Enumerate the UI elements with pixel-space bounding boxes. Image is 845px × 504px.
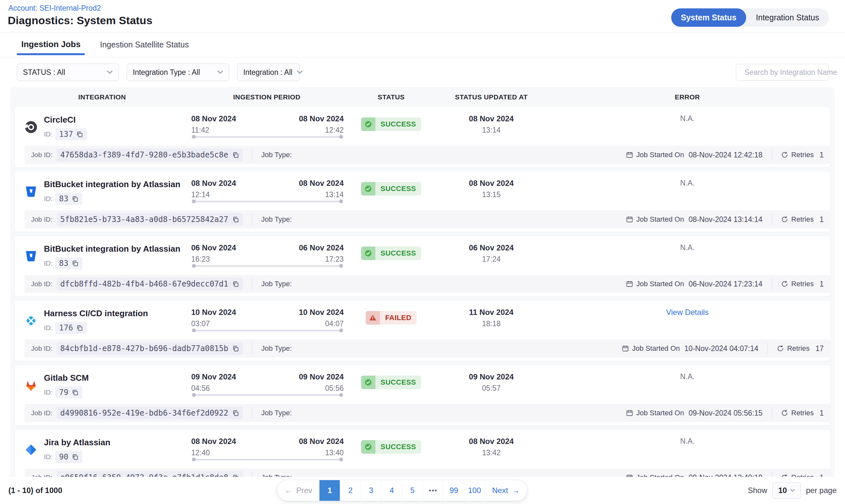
ingestion-jobs-table: INTEGRATION INGESTION PERIOD STATUS STAT… <box>10 87 835 499</box>
job-id-value: 5fb821e5-b733-4a83-a0d8-b65725842a27 <box>61 215 228 224</box>
copy-icon[interactable] <box>72 196 79 202</box>
id-label: ID: <box>44 389 53 396</box>
copy-icon[interactable] <box>76 131 83 138</box>
period-end-time: 12:42 <box>299 126 344 134</box>
copy-icon[interactable] <box>72 389 79 396</box>
period-start-date: 10 Nov 2024 <box>191 308 236 317</box>
calendar-icon <box>622 345 629 352</box>
ingestion-period: 08 Nov 202411:42 08 Nov 202412:42 <box>189 113 344 143</box>
period-start-date: 09 Nov 2024 <box>191 372 236 381</box>
copy-icon[interactable] <box>232 281 239 288</box>
job-started-on-label: Job Started On <box>636 409 684 417</box>
integration-filter-dropdown[interactable]: Integration : All <box>237 64 300 81</box>
integration-filter-label: Integration : All <box>243 68 292 77</box>
gitlab-icon <box>24 379 37 392</box>
chevron-down-icon <box>790 489 795 492</box>
view-details-link[interactable]: View Details <box>666 308 709 317</box>
retries-icon <box>781 410 788 417</box>
job-type-label: Job Type: <box>261 280 292 288</box>
page-button-99[interactable]: 99 <box>444 480 464 501</box>
job-detail-strip: Job ID: 5fb821e5-b733-4a83-a0d8-b6572584… <box>24 210 830 229</box>
period-start-time: 16:23 <box>191 255 236 264</box>
page-ellipsis: ••• <box>423 480 444 501</box>
page-button-3[interactable]: 3 <box>361 480 381 501</box>
next-arrow-icon: → <box>512 486 520 495</box>
copy-icon[interactable] <box>232 345 239 352</box>
error-value: N.A. <box>680 243 695 252</box>
next-page-button[interactable]: Next → <box>485 480 527 501</box>
success-check-icon <box>361 118 375 131</box>
integration-name: BitBucket integration by Atlassian <box>44 179 180 190</box>
chevron-down-icon <box>218 70 223 74</box>
period-end-date: 08 Nov 2024 <box>299 114 344 123</box>
page-size-select[interactable]: 10 <box>772 482 801 499</box>
page-button-5[interactable]: 5 <box>402 480 423 501</box>
integration-id: 176 <box>59 323 73 332</box>
copy-icon[interactable] <box>72 260 79 267</box>
job-type-label: Job Type: <box>261 151 292 159</box>
job-id-pill: dfcb8ffd-482b-4fb4-b468-67e9decc07d1 <box>56 277 243 290</box>
page-button-100[interactable]: 100 <box>464 480 485 501</box>
page-button-4[interactable]: 4 <box>381 480 402 501</box>
period-end-time: 05:56 <box>299 384 344 393</box>
ingestion-period: 06 Nov 202416:23 06 Nov 202417:23 <box>189 242 344 272</box>
status-updated-date: 11 Nov 2024 <box>438 308 545 317</box>
column-header-error: ERROR <box>545 93 830 101</box>
job-id-label: Job ID: <box>31 345 53 352</box>
period-start-date: 08 Nov 2024 <box>191 114 236 123</box>
tab-ingestion-satellite-status[interactable]: Ingestion Satellite Status <box>95 40 193 57</box>
status-filter-dropdown[interactable]: STATUS : All <box>17 64 119 81</box>
period-progress-bar <box>192 136 342 138</box>
job-type-label: Job Type: <box>261 344 292 353</box>
status-text: SUCCESS <box>375 378 421 386</box>
copy-icon[interactable] <box>76 325 83 331</box>
search-input[interactable] <box>744 68 840 77</box>
job-started-on-value: 08-Nov-2024 13:14:14 <box>689 215 763 224</box>
period-end-date: 08 Nov 2024 <box>299 437 344 446</box>
id-label: ID: <box>44 130 53 138</box>
job-detail-strip: Job ID: 84cbfb1d-e878-427b-b696-dadb77a0… <box>24 339 830 358</box>
bitbucket-icon <box>24 185 37 198</box>
copy-icon[interactable] <box>232 216 239 223</box>
tab-ingestion-jobs[interactable]: Ingestion Jobs <box>17 39 85 57</box>
job-id-label: Job ID: <box>31 151 53 159</box>
account-link[interactable]: Account: SEI-Internal-Prod2 <box>8 4 101 13</box>
prev-page-button[interactable]: ← Prev <box>277 480 319 501</box>
show-label: Show <box>748 486 767 495</box>
copy-icon[interactable] <box>232 152 239 158</box>
integration-id-pill: 90 <box>55 451 82 463</box>
integration-id-pill: 176 <box>55 322 87 334</box>
job-started-on-value: 06-Nov-2024 17:23:14 <box>689 280 763 288</box>
retries-value: 17 <box>815 344 824 353</box>
copy-icon[interactable] <box>232 410 239 417</box>
jira-icon <box>24 443 37 456</box>
status-updated-time: 13:14 <box>438 126 545 134</box>
integration-type-filter-dropdown[interactable]: Integration Type : All <box>127 64 229 81</box>
page-button-1[interactable]: 1 <box>320 480 340 501</box>
integration-id: 83 <box>59 194 68 203</box>
job-started-on-label: Job Started On <box>632 344 680 353</box>
status-badge: SUCCESS <box>361 118 421 131</box>
copy-icon[interactable] <box>72 454 79 461</box>
chevron-down-icon <box>297 70 303 74</box>
status-badge: SUCCESS <box>361 182 421 196</box>
error-value: N.A. <box>680 372 695 381</box>
status-updated-date: 08 Nov 2024 <box>438 179 545 188</box>
period-progress-bar <box>192 394 342 396</box>
success-check-icon <box>361 182 375 196</box>
system-status-toggle[interactable]: System Status <box>671 8 746 27</box>
retries-label: Retries <box>791 151 814 159</box>
retries-icon <box>777 345 784 352</box>
job-id-label: Job ID: <box>31 409 53 417</box>
integration-status-toggle[interactable]: Integration Status <box>746 8 829 27</box>
calendar-icon <box>626 151 633 158</box>
status-updated-date: 09 Nov 2024 <box>438 372 545 381</box>
page-button-2[interactable]: 2 <box>340 480 361 501</box>
id-label: ID: <box>44 324 53 332</box>
prev-arrow-icon: ← <box>284 486 292 495</box>
integration-id: 90 <box>59 452 68 462</box>
status-text: FAILED <box>380 313 416 322</box>
integration-id-pill: 79 <box>55 386 82 398</box>
status-text: SUCCESS <box>375 120 421 128</box>
integration-id: 83 <box>59 259 68 268</box>
